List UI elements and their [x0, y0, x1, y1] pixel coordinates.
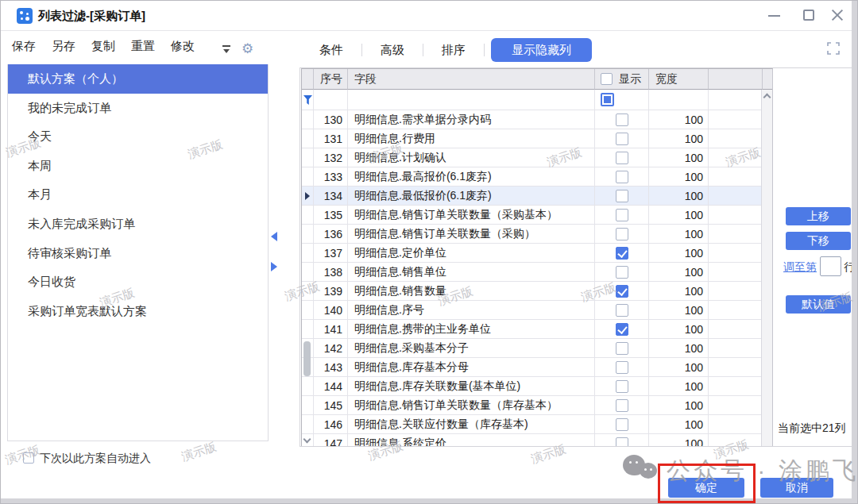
- show-checkbox-140[interactable]: [616, 304, 628, 317]
- show-checkbox-144[interactable]: [616, 380, 628, 393]
- select-all-checkbox[interactable]: [601, 73, 613, 85]
- cell-width[interactable]: 100: [649, 225, 709, 244]
- show-checkbox-130[interactable]: [616, 113, 628, 126]
- show-checkbox-138[interactable]: [616, 266, 628, 279]
- minimize-icon[interactable]: [766, 7, 783, 25]
- cell-width[interactable]: 100: [649, 434, 709, 446]
- cell-width[interactable]: 100: [649, 282, 709, 301]
- expand-icon[interactable]: [827, 42, 840, 55]
- cell-width[interactable]: 100: [649, 206, 709, 225]
- tab-2[interactable]: 排序: [442, 43, 466, 58]
- table-row-146[interactable]: 146明细信息.关联应付数量（库存基本)100: [302, 415, 773, 434]
- table-row-145[interactable]: 145明细信息.销售订单关联数量（库存基本）100: [302, 396, 773, 415]
- col-header-width[interactable]: 宽度: [649, 69, 709, 90]
- cell-width[interactable]: 100: [649, 396, 709, 415]
- table-row-137[interactable]: 137明细信息.定价单位100: [302, 244, 773, 263]
- show-checkbox-133[interactable]: [616, 171, 628, 183]
- table-row-133[interactable]: 133明细信息.最高报价(6.1废弃)100: [302, 167, 773, 187]
- goto-row-input[interactable]: [820, 256, 841, 276]
- toolbar-item-0[interactable]: 保存: [12, 37, 36, 56]
- cell-width[interactable]: 100: [649, 129, 709, 148]
- tab-0[interactable]: 条件: [319, 43, 343, 58]
- show-checkbox-131[interactable]: [616, 133, 628, 145]
- sidebar-item-7[interactable]: 今日收货: [8, 267, 268, 297]
- scrollbar-thumb[interactable]: [303, 341, 311, 376]
- table-row-144[interactable]: 144明细信息.库存关联数量(基本单位)100: [302, 377, 773, 396]
- sidebar-item-0[interactable]: 默认方案（个人）: [8, 64, 268, 94]
- gear-icon[interactable]: ⚙: [242, 40, 253, 57]
- show-checkbox-137[interactable]: [616, 247, 628, 260]
- move-down-button[interactable]: 下移: [786, 232, 851, 250]
- toolbar-item-4[interactable]: 修改: [171, 37, 195, 56]
- table-row-130[interactable]: 130明细信息.需求单据分录内码100: [302, 110, 773, 129]
- more-options-icon[interactable]: [222, 43, 231, 54]
- cell-seq: 135: [314, 206, 348, 225]
- show-checkbox-142[interactable]: [616, 342, 628, 355]
- toolbar-item-3[interactable]: 重置: [131, 37, 155, 56]
- table-row-131[interactable]: 131明细信息.行费用100: [302, 129, 773, 148]
- scroll-up-icon[interactable]: [763, 94, 771, 102]
- cell-width[interactable]: 100: [649, 320, 709, 339]
- cell-width[interactable]: 100: [649, 187, 709, 206]
- table-row-136[interactable]: 136明细信息.销售订单关联数量（采购）100: [302, 225, 773, 244]
- move-up-button[interactable]: 上移: [786, 207, 851, 225]
- goto-row-link[interactable]: 调至第: [783, 260, 817, 275]
- col-header-show[interactable]: 显示: [595, 69, 649, 90]
- table-row-147[interactable]: 147明细信息.系统定价100: [302, 434, 773, 446]
- show-checkbox-141[interactable]: [616, 323, 628, 336]
- table-row-132[interactable]: 132明细信息.计划确认100: [302, 148, 773, 167]
- app-icon: [17, 8, 33, 24]
- show-checkbox-136[interactable]: [616, 228, 628, 240]
- table-row-141[interactable]: 141明细信息.携带的主业务单位100: [302, 320, 773, 339]
- sidebar-item-8[interactable]: 采购订单宽表默认方案: [8, 297, 268, 326]
- maximize-icon[interactable]: [800, 7, 817, 25]
- cell-width[interactable]: 100: [649, 167, 709, 187]
- cell-width[interactable]: 100: [649, 244, 709, 263]
- filter-show-checkbox[interactable]: [601, 93, 614, 106]
- toolbar-item-1[interactable]: 另存: [52, 37, 75, 56]
- cell-width[interactable]: 100: [649, 339, 709, 358]
- show-checkbox-134[interactable]: [616, 190, 628, 202]
- cell-width[interactable]: 100: [649, 148, 709, 167]
- table-row-139[interactable]: 139明细信息.销售数量100: [302, 282, 773, 301]
- auto-enter-checkbox[interactable]: [23, 452, 34, 464]
- close-icon[interactable]: [829, 7, 846, 25]
- col-header-seq[interactable]: 序号: [314, 69, 348, 90]
- sidebar-item-6[interactable]: 待审核采购订单: [8, 239, 268, 268]
- show-checkbox-135[interactable]: [616, 209, 628, 221]
- col-header-field[interactable]: 字段: [348, 69, 595, 90]
- cell-width[interactable]: 100: [649, 358, 709, 377]
- cell-width[interactable]: 100: [649, 415, 709, 434]
- vertical-scrollbar[interactable]: [761, 90, 772, 446]
- table-row-140[interactable]: 140明细信息.序号100: [302, 301, 773, 320]
- sidebar-item-2[interactable]: 今天: [8, 122, 268, 152]
- cell-width[interactable]: 100: [649, 110, 709, 129]
- cell-seq: 136: [314, 225, 348, 244]
- sidebar-item-5[interactable]: 未入库完成采购订单: [8, 210, 268, 239]
- cell-width[interactable]: 100: [649, 377, 709, 396]
- table-row-135[interactable]: 135明细信息.销售订单关联数量（采购基本）100: [302, 206, 773, 225]
- show-checkbox-147[interactable]: [616, 437, 628, 447]
- collapse-right-icon[interactable]: [271, 262, 277, 271]
- table-row-143[interactable]: 143明细信息.库存基本分母100: [302, 358, 773, 377]
- show-checkbox-139[interactable]: [616, 285, 628, 298]
- toolbar-item-2[interactable]: 复制: [91, 37, 115, 56]
- table-filter-row[interactable]: [302, 90, 773, 110]
- tab-bar: 条件高级排序显示隐藏列: [301, 37, 592, 63]
- show-checkbox-146[interactable]: [616, 418, 628, 431]
- sidebar-item-1[interactable]: 我的未完成订单: [8, 94, 268, 123]
- sidebar-item-4[interactable]: 本月: [8, 180, 268, 210]
- default-value-button[interactable]: 默认值: [786, 295, 851, 314]
- table-row-134[interactable]: 134明细信息.最低报价(6.1废弃)100: [302, 187, 773, 206]
- collapse-left-icon[interactable]: [271, 232, 277, 241]
- show-checkbox-143[interactable]: [616, 361, 628, 374]
- table-row-138[interactable]: 138明细信息.销售单位100: [302, 263, 773, 282]
- tab-1[interactable]: 高级: [381, 43, 404, 58]
- show-checkbox-132[interactable]: [616, 152, 628, 164]
- show-checkbox-145[interactable]: [616, 399, 628, 412]
- table-row-142[interactable]: 142明细信息.采购基本分子100: [302, 339, 773, 358]
- sidebar-item-3[interactable]: 本周: [8, 152, 268, 181]
- cell-width[interactable]: 100: [649, 263, 709, 282]
- tab-3[interactable]: 显示隐藏列: [491, 38, 592, 62]
- cell-width[interactable]: 100: [649, 301, 709, 320]
